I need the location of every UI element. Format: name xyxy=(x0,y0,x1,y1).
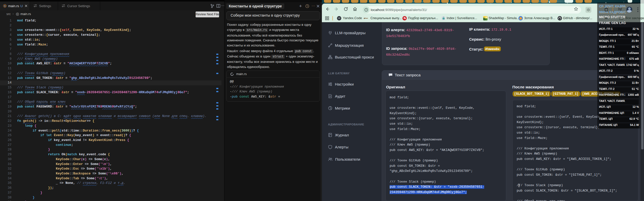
svg-text:R: R xyxy=(4,5,6,7)
svg-text:R: R xyxy=(17,13,18,15)
